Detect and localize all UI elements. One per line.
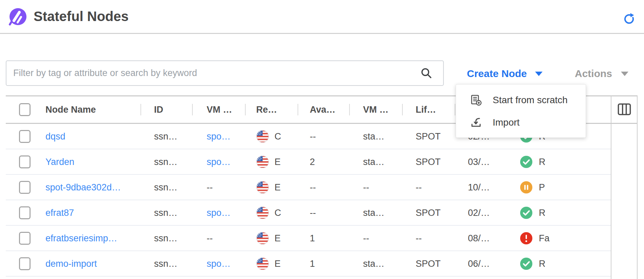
create-node-label: Create Node (467, 68, 527, 79)
table-right-border (611, 95, 611, 279)
document-plus-icon (470, 94, 482, 106)
vm-link[interactable]: spo… (207, 258, 231, 269)
node-name-link[interactable]: efrat87 (45, 207, 74, 218)
node-name-link[interactable]: Yarden (45, 156, 74, 167)
us-flag-icon (256, 130, 269, 143)
vm-state-value: -- (363, 233, 369, 243)
vm-link[interactable]: spo… (207, 131, 231, 142)
status-text: R (539, 207, 546, 218)
vm-value: -- (207, 233, 213, 243)
lifecycle-value: SPOT (416, 258, 441, 269)
node-id: ssn… (154, 156, 177, 167)
availability-value: 2 (310, 156, 315, 167)
table-row: Yarden ssn… spo… E 2 sta… SPOT 03/… R (6, 149, 611, 175)
created-date: 03/… (468, 156, 490, 167)
lifecycle-value: SPOT (416, 207, 441, 218)
table-body: dqsd ssn… spo… C -- sta… SPOT 02/… R Yar… (6, 124, 611, 277)
node-id: ssn… (154, 182, 177, 192)
node-name-link[interactable]: demo-import (45, 258, 97, 269)
actions-label: Actions (575, 68, 612, 79)
availability-value: 1 (310, 258, 315, 269)
app-header: Stateful Nodes (0, 0, 644, 34)
column-header-node-name: Node Name (45, 105, 96, 115)
search-icon[interactable] (420, 67, 433, 80)
filter-input[interactable] (6, 60, 444, 86)
us-flag-icon (256, 232, 269, 245)
created-date: 02/… (468, 207, 490, 218)
vm-link[interactable]: spo… (207, 207, 231, 218)
lifecycle-value: SPOT (416, 156, 441, 167)
created-date: 08/… (468, 233, 490, 243)
node-name-link[interactable]: dqsd (45, 131, 65, 142)
check-circle-icon (520, 156, 532, 168)
column-separator (298, 104, 298, 115)
column-header-lifecycle: Lif… (416, 105, 436, 115)
node-id: ssn… (154, 258, 177, 269)
create-node-menu: Start from scratch Import (456, 84, 586, 138)
vm-value: -- (207, 182, 213, 192)
menu-item-import[interactable]: Import (456, 111, 586, 134)
row-checkbox[interactable] (19, 130, 31, 143)
us-flag-icon (256, 181, 269, 194)
check-circle-icon (520, 207, 532, 219)
created-date: 10/… (468, 182, 490, 192)
region-value: E (274, 233, 281, 243)
column-separator (192, 104, 193, 115)
row-checkbox[interactable] (19, 181, 31, 194)
region-value: E (274, 258, 281, 269)
column-header-vm: VM … (207, 105, 232, 115)
column-header-region: Re… (256, 105, 277, 115)
row-checkbox[interactable] (19, 232, 31, 245)
actions-button[interactable]: Actions (575, 66, 628, 82)
table-row: efrat87 ssn… spo… C -- sta… SPOT 02/… R (6, 200, 611, 226)
us-flag-icon (256, 206, 269, 219)
created-date: 06/… (468, 258, 490, 269)
column-separator (455, 104, 455, 115)
table-row: efratbseriesimp… ssn… -- E 1 -- -- 08/… … (6, 226, 611, 251)
node-name-link[interactable]: spot-9dbae302d… (45, 182, 121, 192)
refresh-icon[interactable] (623, 13, 635, 25)
select-all-checkbox[interactable] (19, 103, 31, 116)
node-id: ssn… (154, 233, 177, 243)
node-name-link[interactable]: efratbseriesimp… (45, 233, 117, 243)
region-value: E (274, 156, 281, 167)
vm-state-value: sta… (363, 207, 384, 218)
import-download-icon (470, 117, 482, 128)
status-text: R (539, 258, 546, 269)
region-value: C (274, 131, 281, 142)
chevron-down-icon (621, 72, 628, 76)
page-title: Stateful Nodes (34, 0, 129, 33)
row-checkbox[interactable] (19, 206, 31, 219)
menu-item-label: Start from scratch (493, 95, 568, 106)
row-checkbox[interactable] (19, 155, 31, 168)
lifecycle-value: SPOT (416, 131, 441, 142)
column-header-availability: Ava… (310, 105, 336, 115)
column-picker-icon[interactable] (618, 103, 631, 116)
availability-value: 1 (310, 233, 315, 243)
vm-link[interactable]: spo… (207, 156, 231, 167)
check-circle-icon (520, 258, 532, 270)
status-text: R (539, 156, 546, 167)
node-id: ssn… (154, 131, 177, 142)
region-value: E (274, 182, 281, 192)
vm-state-value: sta… (363, 156, 384, 167)
spot-logo-icon (8, 8, 27, 27)
status-text: P (539, 182, 545, 192)
create-node-button[interactable]: Create Node (467, 66, 543, 82)
stateful-nodes-page: Stateful Nodes Create Node Actions (0, 0, 644, 279)
availability-value: -- (310, 131, 316, 142)
us-flag-icon (256, 257, 269, 270)
node-id: ssn… (154, 207, 177, 218)
row-checkbox[interactable] (19, 257, 31, 270)
lifecycle-value: -- (416, 182, 422, 192)
menu-item-label: Import (493, 117, 519, 128)
availability-value: -- (310, 182, 316, 192)
us-flag-icon (256, 155, 269, 168)
availability-value: -- (310, 207, 316, 218)
menu-item-start-from-scratch[interactable]: Start from scratch (456, 89, 586, 111)
status-text: Fa (539, 233, 550, 243)
table-outer-border (637, 95, 638, 279)
lifecycle-value: -- (416, 233, 422, 243)
alert-circle-icon (520, 232, 532, 244)
column-separator (140, 104, 141, 115)
